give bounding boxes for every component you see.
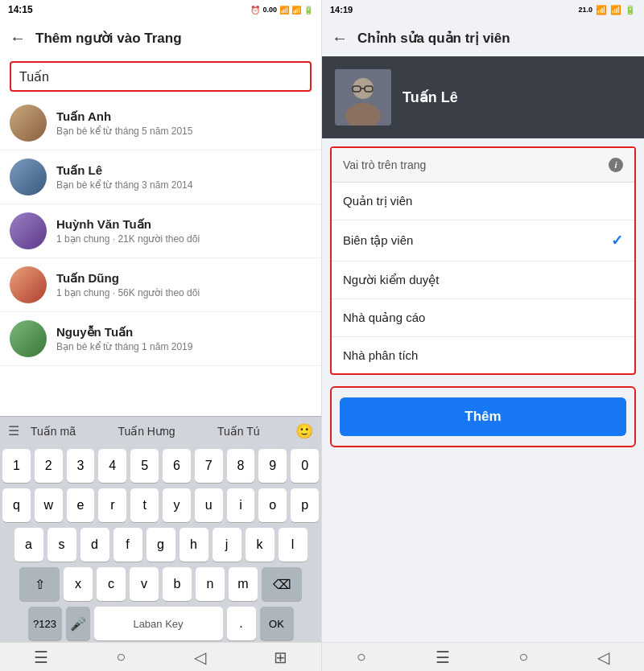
- backspace-key[interactable]: ⌫: [262, 567, 302, 601]
- back-icon[interactable]: ◁: [194, 648, 206, 667]
- keyboard-row-numbers: 1 2 3 4 5 6 7 8 9 0: [0, 445, 321, 484]
- key-x[interactable]: x: [64, 567, 93, 601]
- add-button[interactable]: Thêm: [340, 397, 626, 436]
- key-d[interactable]: d: [80, 528, 109, 562]
- wifi-icon: 📶: [279, 6, 289, 14]
- role-item-editor[interactable]: Biên tập viên ✓: [332, 220, 634, 261]
- key-v[interactable]: v: [130, 567, 159, 601]
- right-page-title: Chỉnh sửa quản trị viên: [357, 30, 510, 47]
- right-time: 14:19: [330, 5, 353, 14]
- key-g[interactable]: g: [147, 528, 175, 562]
- avatar: [10, 320, 47, 357]
- key-j[interactable]: j: [213, 528, 242, 562]
- role-label-admin: Quản trị viên: [343, 194, 412, 208]
- profile-name: Tuấn Lê: [402, 89, 458, 106]
- right-top-bar: ← Chỉnh sửa quản trị viên: [322, 19, 644, 56]
- contact-info: Tuấn Lê Bạn bè kể từ tháng 3 năm 2014: [56, 163, 312, 191]
- key-m[interactable]: m: [229, 567, 258, 601]
- key-6[interactable]: 6: [163, 449, 191, 483]
- list-item[interactable]: Tuấn Lê Bạn bè kể từ tháng 3 năm 2014: [0, 150, 321, 204]
- emoji-icon[interactable]: 🙂: [295, 422, 313, 440]
- key-l[interactable]: l: [279, 528, 308, 562]
- keyboard-row-qwerty: q w e r t y u i o p: [0, 484, 321, 524]
- left-back-button[interactable]: ←: [10, 29, 26, 47]
- keyboard-row-asdf: a s d f g h j k l: [0, 524, 321, 563]
- keyboard-row-zxcv: ⇧ x c v b n m ⌫: [0, 563, 321, 603]
- key-5[interactable]: 5: [130, 449, 159, 483]
- key-t[interactable]: t: [130, 488, 159, 522]
- key-3[interactable]: 3: [67, 449, 95, 483]
- right-back-icon[interactable]: ◁: [597, 648, 609, 667]
- keyboard-row-bottom: ?123 🎤 Laban Key . OK: [0, 603, 321, 642]
- key-0[interactable]: 0: [291, 449, 319, 483]
- right-back-button[interactable]: ←: [332, 29, 348, 47]
- key-o[interactable]: o: [258, 488, 287, 522]
- list-item[interactable]: Huỳnh Văn Tuấn 1 bạn chung · 21K người t…: [0, 204, 321, 258]
- key-k[interactable]: k: [246, 528, 275, 562]
- key-f[interactable]: f: [114, 528, 142, 562]
- role-item-advertiser[interactable]: Nhà quảng cáo: [332, 299, 634, 337]
- right-home-icon[interactable]: ○: [357, 648, 366, 666]
- contact-name: Nguyễn Tuấn: [56, 325, 312, 340]
- left-panel: 14:15 ⏰ 0.00 📶 📶 🔋 ← Thêm người vào Tran…: [0, 0, 322, 671]
- suggestion-3[interactable]: Tuấn Tú: [211, 422, 266, 441]
- symbol-key[interactable]: ?123: [28, 607, 62, 640]
- key-u[interactable]: u: [195, 488, 223, 522]
- list-item[interactable]: Tuấn Dũng 1 bạn chung · 56K người theo d…: [0, 258, 321, 312]
- suggestion-2[interactable]: Tuấn Hưng: [111, 422, 181, 441]
- suggestion-1[interactable]: Tuấn mã: [24, 422, 82, 441]
- roles-header-text: Vai trò trên trang: [343, 158, 426, 171]
- list-item[interactable]: Nguyễn Tuấn Bạn bè kể từ tháng 1 năm 201…: [0, 312, 321, 366]
- contact-info: Huỳnh Văn Tuấn 1 bạn chung · 21K người t…: [56, 217, 312, 245]
- battery-icon: 🔋: [303, 6, 313, 14]
- contact-sub: 1 bạn chung · 56K người theo dõi: [56, 287, 312, 298]
- key-e[interactable]: e: [67, 488, 95, 522]
- key-p[interactable]: p: [291, 488, 319, 522]
- space-key[interactable]: Laban Key: [94, 607, 223, 640]
- key-i[interactable]: i: [227, 488, 255, 522]
- key-2[interactable]: 2: [35, 449, 63, 483]
- role-item-moderator[interactable]: Người kiểm duyệt: [332, 261, 634, 299]
- key-y[interactable]: y: [163, 488, 191, 522]
- key-s[interactable]: s: [47, 528, 76, 562]
- key-a[interactable]: a: [14, 528, 43, 562]
- avatar: [10, 158, 47, 196]
- key-c[interactable]: c: [97, 567, 126, 601]
- ok-key[interactable]: OK: [260, 607, 294, 640]
- key-1[interactable]: 1: [2, 449, 31, 483]
- contact-sub: Bạn bè kể từ tháng 5 năm 2015: [56, 126, 312, 137]
- right-data-icon: 21.0: [578, 6, 592, 14]
- add-button-wrapper: Thêm: [330, 386, 636, 447]
- key-w[interactable]: w: [35, 488, 63, 522]
- role-item-admin[interactable]: Quản trị viên: [332, 183, 634, 220]
- mic-key[interactable]: 🎤: [66, 607, 90, 640]
- key-9[interactable]: 9: [258, 449, 287, 483]
- alarm-icon: ⏰: [250, 6, 260, 14]
- shift-key[interactable]: ⇧: [19, 567, 60, 601]
- menu-icon[interactable]: ☰: [34, 648, 48, 667]
- key-h[interactable]: h: [180, 528, 208, 562]
- contact-info: Tuấn Anh Bạn bè kể từ tháng 5 năm 2015: [56, 109, 312, 137]
- role-label-analyst: Nhà phân tích: [343, 348, 418, 362]
- key-4[interactable]: 4: [98, 449, 126, 483]
- home-icon[interactable]: ○: [116, 648, 126, 666]
- info-icon[interactable]: i: [609, 158, 623, 172]
- grid-icon[interactable]: ⊞: [274, 648, 287, 667]
- left-time: 14:15: [8, 4, 33, 15]
- key-q[interactable]: q: [2, 488, 31, 522]
- right-bottom-nav: ○ ☰ ○ ◁: [322, 642, 644, 671]
- right-panel: 14:19 21.0 📶 📶 🔋 ← Chỉnh sửa quản trị vi…: [322, 0, 644, 671]
- key-n[interactable]: n: [196, 567, 225, 601]
- key-b[interactable]: b: [163, 567, 192, 601]
- key-7[interactable]: 7: [195, 449, 223, 483]
- left-bottom-nav: ☰ ○ ◁ ⊞: [0, 642, 321, 671]
- key-r[interactable]: r: [98, 488, 126, 522]
- key-8[interactable]: 8: [227, 449, 255, 483]
- period-key[interactable]: .: [227, 607, 256, 640]
- right-menu-icon[interactable]: ☰: [436, 648, 450, 667]
- right-circle-icon[interactable]: ○: [518, 648, 528, 666]
- roles-section: Vai trò trên trang i Quản trị viên Biên …: [330, 146, 636, 375]
- list-item[interactable]: Tuấn Anh Bạn bè kể từ tháng 5 năm 2015: [0, 97, 321, 150]
- role-item-analyst[interactable]: Nhà phân tích: [332, 337, 634, 373]
- search-input[interactable]: [10, 61, 312, 92]
